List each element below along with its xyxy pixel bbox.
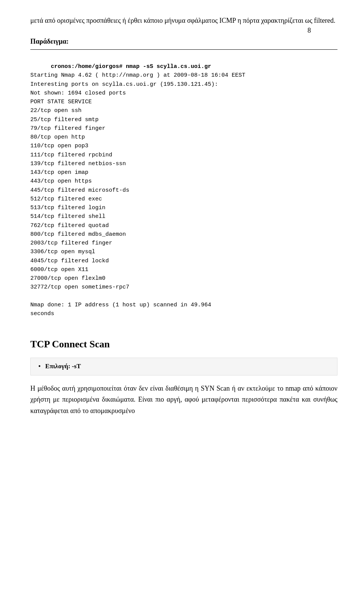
bullet-option-label: Επιλογή: -sT xyxy=(45,363,81,370)
example-label: Παράδειγμα: xyxy=(30,38,337,46)
intro-paragraph: μετά από ορισμένες προσπάθειες ή έρθει κ… xyxy=(30,15,337,26)
page-number: 8 xyxy=(308,27,311,35)
tcp-connect-scan-title: TCP Connect Scan xyxy=(30,339,337,350)
example-section: Παράδειγμα: cronos:/home/giorgos# nmap -… xyxy=(30,38,337,327)
section-divider xyxy=(30,49,337,50)
bullet-option-row: • Επιλογή: -sT xyxy=(30,358,337,375)
code-block: cronos:/home/giorgos# nmap -sS scylla.cs… xyxy=(30,54,337,327)
tcp-connect-scan-section: TCP Connect Scan • Επιλογή: -sT Η μέθοδο… xyxy=(30,339,337,417)
bullet-dot-icon: • xyxy=(38,363,41,371)
tcp-description-paragraph: Η μέθοδος αυτή χρησιμοποιείται όταν δεν … xyxy=(30,383,337,417)
command-line: cronos:/home/giorgos# nmap -sS scylla.cs… xyxy=(51,63,211,70)
code-output: Starting Nmap 4.62 ( http://nmap.org ) a… xyxy=(30,72,245,317)
